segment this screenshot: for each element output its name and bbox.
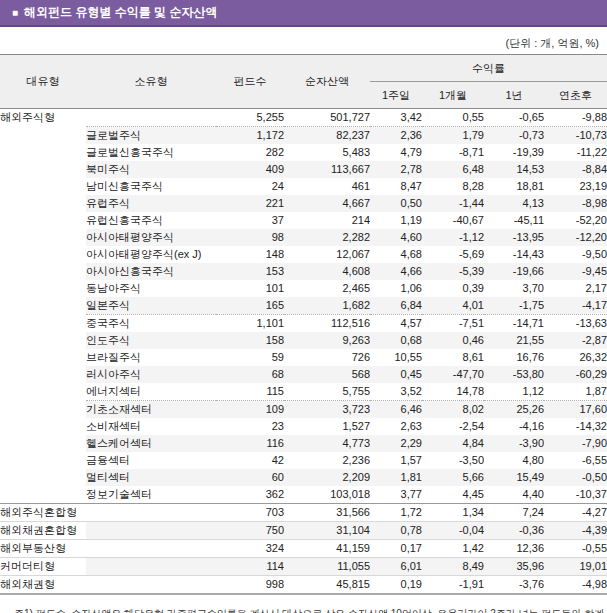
header-major-type: 대유형 [0,55,86,109]
fund-count-cell: 115 [216,383,284,401]
fund-count-cell: 37 [216,212,284,229]
return-ytd-cell: 19,01 [544,558,607,576]
sub-type-cell: 러시아주식 [86,366,216,383]
sub-type-cell [86,522,216,540]
return-1y-cell: 7,24 [484,504,544,522]
table-row: 브라질주식5972610,558,6116,7626,32 [0,349,607,366]
header-return-1w: 1주일 [370,82,422,109]
return-1w-cell: 1,19 [370,212,422,229]
return-1w-cell: 6,46 [370,401,422,419]
fund-count-cell: 158 [216,332,284,349]
return-1y-cell: -0,36 [484,522,544,540]
return-1m-cell: 0,39 [422,280,484,297]
return-1y-cell: 18,81 [484,178,544,195]
table-row: 유럽신흥국주식372141,19-40,67-45,11-52,20 [0,212,607,229]
return-ytd-cell: -4,17 [544,297,607,315]
return-1y-cell: -0,65 [484,109,544,127]
return-ytd-cell: -10,37 [544,486,607,504]
title-bullet-icon: ■ [12,7,18,18]
return-ytd-cell: 17,60 [544,401,607,419]
fund-count-cell: 148 [216,246,284,263]
return-1m-cell: -2,54 [422,418,484,435]
sub-type-cell: 글로벌주식 [86,127,216,145]
return-1y-cell: 4,80 [484,452,544,469]
sub-type-cell: 일본주식 [86,297,216,315]
return-1m-cell: -40,67 [422,212,484,229]
return-1y-cell: -53,80 [484,366,544,383]
net-assets-cell: 2,236 [284,452,370,469]
return-1y-cell: -14,71 [484,315,544,333]
return-ytd-cell: -52,20 [544,212,607,229]
header-fund-count: 펀드수 [216,55,284,109]
return-1m-cell: 0,55 [422,109,484,127]
sub-type-cell: 남미신흥국주식 [86,178,216,195]
return-ytd-cell: -14,32 [544,418,607,435]
return-1y-cell: -1,75 [484,297,544,315]
fund-count-cell: 409 [216,161,284,178]
return-1w-cell: 0,17 [370,540,422,558]
return-ytd-cell: -11,22 [544,144,607,161]
return-ytd-cell: -8,84 [544,161,607,178]
return-1m-cell: -1,91 [422,576,484,595]
return-ytd-cell: -7,90 [544,435,607,452]
table-row: 해외부동산형32441,1590,171,4212,36-0,55 [0,540,607,558]
net-assets-cell: 501,727 [284,109,370,127]
sub-type-cell [86,109,216,127]
return-1m-cell: 1,34 [422,504,484,522]
table-row: 멀티섹터602,2091,815,6615,49-0,50 [0,469,607,486]
fund-count-cell: 68 [216,366,284,383]
unit-note: (단위 : 개, 억원, %) [0,27,607,52]
fund-count-cell: 114 [216,558,284,576]
return-1y-cell: 4,13 [484,195,544,212]
return-1m-cell: 4,84 [422,435,484,452]
sub-type-cell [86,576,216,595]
major-type-cell: 커머더티형 [0,558,86,576]
return-ytd-cell: 23,19 [544,178,607,195]
return-1y-cell: -19,66 [484,263,544,280]
header-sub-type: 소유형 [86,55,216,109]
return-1m-cell: 8,02 [422,401,484,419]
table-row: 글로벌신흥국주식2825,4834,79-8,71-19,39-11,22 [0,144,607,161]
fund-count-cell: 282 [216,144,284,161]
return-1y-cell: -19,39 [484,144,544,161]
net-assets-cell: 5,755 [284,383,370,401]
sub-type-cell: 브라질주식 [86,349,216,366]
return-ytd-cell: 2,17 [544,280,607,297]
net-assets-cell: 726 [284,349,370,366]
fund-count-cell: 59 [216,349,284,366]
return-1m-cell: -1,44 [422,195,484,212]
net-assets-cell: 2,209 [284,469,370,486]
return-1m-cell: -5,39 [422,263,484,280]
fund-count-cell: 101 [216,280,284,297]
sub-type-cell [86,540,216,558]
header-return-1m: 1개월 [422,82,484,109]
net-assets-cell: 5,483 [284,144,370,161]
net-assets-cell: 113,667 [284,161,370,178]
sub-type-cell [86,558,216,576]
sub-type-cell: 에너지섹터 [86,383,216,401]
fund-count-cell: 362 [216,486,284,504]
sub-type-cell: 북미주식 [86,161,216,178]
net-assets-cell: 3,723 [284,401,370,419]
return-1y-cell: 16,76 [484,349,544,366]
return-1m-cell: 6,48 [422,161,484,178]
return-1y-cell: 35,96 [484,558,544,576]
net-assets-cell: 82,237 [284,127,370,145]
return-1w-cell: 8,47 [370,178,422,195]
sub-type-cell: 헬스케어섹터 [86,435,216,452]
return-1m-cell: 8,28 [422,178,484,195]
net-assets-cell: 12,067 [284,246,370,263]
net-assets-cell: 41,159 [284,540,370,558]
table-header: 대유형 소유형 펀드수 순자산액 수익률 1주일 1개월 1년 연초후 [0,55,607,109]
return-1m-cell: 14,78 [422,383,484,401]
sub-type-cell: 멀티섹터 [86,469,216,486]
return-1y-cell: -3,76 [484,576,544,595]
return-1y-cell: 12,36 [484,540,544,558]
sub-type-cell: 아시아태평양주식 [86,229,216,246]
sub-type-cell: 기초소재섹터 [86,401,216,419]
return-1w-cell: 0,45 [370,366,422,383]
net-assets-cell: 9,263 [284,332,370,349]
page-title: 해외펀드 유형별 수익률 및 순자산액 [24,5,217,19]
return-1y-cell: 1,12 [484,383,544,401]
table-row: 해외채권혼합형75031,1040,78-0,04-0,36-4,39 [0,522,607,540]
